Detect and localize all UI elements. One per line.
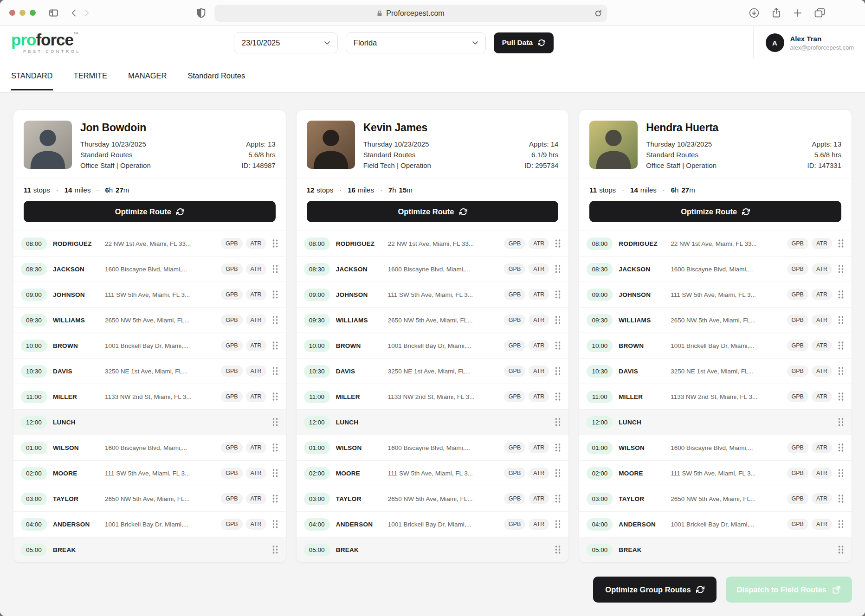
drag-handle-icon[interactable]: [555, 341, 561, 350]
tab-standard[interactable]: STANDARD: [11, 59, 53, 92]
schedule-row[interactable]: 10:00 BROWN 1001 Brickell Bay Dr, Miami,…: [297, 333, 569, 358]
drag-handle-icon[interactable]: [555, 315, 561, 325]
schedule-row[interactable]: 10:30 DAVIS 3250 NE 1st Ave, Miami, FL..…: [579, 358, 852, 384]
tab-manager[interactable]: MANAGER: [128, 59, 167, 92]
drag-handle-icon[interactable]: [272, 239, 278, 248]
drag-handle-icon[interactable]: [555, 366, 561, 376]
drag-handle-icon[interactable]: [555, 417, 561, 427]
drag-handle-icon[interactable]: [838, 545, 844, 554]
optimize-route-button[interactable]: Optimize Route: [24, 201, 276, 222]
optimize-route-button[interactable]: Optimize Route: [589, 201, 841, 222]
share-button[interactable]: [772, 7, 781, 19]
schedule-row[interactable]: 04:00 ANDERSON 1001 Brickell Bay Dr, Mia…: [297, 511, 569, 537]
schedule-row[interactable]: 09:00 JOHNSON 111 SW 5th Ave, Miami, FL …: [579, 282, 852, 307]
schedule-row[interactable]: 08:00 RODRIGUEZ 22 NW 1st Ave, Miami, FL…: [297, 231, 569, 256]
drag-handle-icon[interactable]: [838, 417, 844, 427]
schedule-row[interactable]: 12:00 LUNCH: [297, 409, 569, 435]
sidebar-toggle-button[interactable]: [49, 9, 58, 17]
close-window-button[interactable]: [9, 10, 15, 16]
schedule-row[interactable]: 10:00 BROWN 1001 Brickell Bay Dr, Miami,…: [13, 333, 286, 358]
drag-handle-icon[interactable]: [272, 290, 278, 299]
drag-handle-icon[interactable]: [272, 341, 278, 350]
schedule-row[interactable]: 09:30 WILLIAMS 2650 NW 5th Ave, Miami, F…: [297, 307, 569, 333]
drag-handle-icon[interactable]: [555, 443, 561, 452]
drag-handle-icon[interactable]: [555, 494, 561, 503]
schedule-row[interactable]: 08:30 JACKSON 1600 Biscayne Blvd, Miami,…: [297, 256, 569, 282]
schedule-row[interactable]: 05:00 BREAK: [579, 537, 852, 562]
schedule-row[interactable]: 11:00 MILLER 1133 NW 2nd St, Miami, FL 3…: [13, 384, 286, 409]
avatar[interactable]: A: [766, 33, 784, 52]
drag-handle-icon[interactable]: [838, 443, 844, 452]
schedule-row[interactable]: 09:00 JOHNSON 111 SW 5th Ave, Miami, FL …: [297, 282, 569, 307]
schedule-row[interactable]: 03:00 TAYLOR 2650 NW 5th Ave, Miami, FL.…: [297, 486, 569, 511]
drag-handle-icon[interactable]: [272, 443, 278, 452]
tab-standard-routes[interactable]: Standard Routes: [187, 59, 245, 92]
tab-termite[interactable]: TERMITE: [74, 59, 107, 92]
schedule-row[interactable]: 12:00 LUNCH: [579, 409, 852, 435]
drag-handle-icon[interactable]: [555, 239, 561, 248]
drag-handle-icon[interactable]: [555, 264, 561, 274]
drag-handle-icon[interactable]: [838, 290, 844, 299]
optimize-group-routes-button[interactable]: Optimize Group Routes: [593, 577, 716, 603]
reload-button[interactable]: [594, 10, 602, 17]
schedule-row[interactable]: 10:00 BROWN 1001 Brickell Bay Dr, Miami,…: [579, 333, 852, 358]
drag-handle-icon[interactable]: [555, 392, 561, 401]
schedule-row[interactable]: 09:30 WILLIAMS 2650 NW 5th Ave, Miami, F…: [13, 307, 286, 333]
schedule-row[interactable]: 12:00 LUNCH: [13, 409, 286, 435]
drag-handle-icon[interactable]: [555, 468, 561, 478]
drag-handle-icon[interactable]: [838, 315, 844, 325]
pull-data-button[interactable]: Pull Data: [494, 32, 554, 53]
schedule-row[interactable]: 02:00 MOORE 111 SW 5th Ave, Miami, FL 3.…: [579, 460, 852, 486]
minimize-window-button[interactable]: [19, 10, 26, 16]
drag-handle-icon[interactable]: [838, 494, 844, 503]
schedule-row[interactable]: 04:00 ANDERSON 1001 Brickell Bay Dr, Mia…: [13, 511, 286, 537]
schedule-row[interactable]: 05:00 BREAK: [297, 537, 569, 562]
drag-handle-icon[interactable]: [272, 494, 278, 503]
schedule-row[interactable]: 08:30 JACKSON 1600 Biscayne Blvd, Miami,…: [13, 256, 286, 282]
schedule-row[interactable]: 08:30 JACKSON 1600 Biscayne Blvd, Miami,…: [579, 256, 852, 282]
schedule-row[interactable]: 01:00 WILSON 1600 Biscayne Blvd, Miami,.…: [297, 435, 569, 460]
optimize-route-button[interactable]: Optimize Route: [307, 201, 559, 222]
schedule-row[interactable]: 08:00 RODRIGUEZ 22 NW 1st Ave, Miami, FL…: [13, 231, 286, 256]
schedule-row[interactable]: 02:00 MOORE 111 SW 5th Ave, Miami, FL 3.…: [13, 460, 286, 486]
drag-handle-icon[interactable]: [272, 417, 278, 427]
schedule-row[interactable]: 05:00 BREAK: [13, 537, 286, 562]
drag-handle-icon[interactable]: [555, 290, 561, 299]
drag-handle-icon[interactable]: [272, 545, 278, 554]
schedule-row[interactable]: 11:00 MILLER 1133 NW 2nd St, Miami, FL 3…: [579, 384, 852, 409]
drag-handle-icon[interactable]: [272, 366, 278, 376]
forward-button[interactable]: [84, 9, 90, 17]
schedule-row[interactable]: 01:00 WILSON 1600 Biscayne Blvd, Miami,.…: [13, 435, 286, 460]
drag-handle-icon[interactable]: [838, 366, 844, 376]
drag-handle-icon[interactable]: [838, 520, 844, 529]
schedule-row[interactable]: 03:00 TAYLOR 2650 NW 5th Ave, Miami, FL.…: [579, 486, 852, 511]
new-tab-button[interactable]: [794, 9, 802, 17]
drag-handle-icon[interactable]: [272, 315, 278, 325]
schedule-row[interactable]: 09:00 JOHNSON 111 SW 5th Ave, Miami, FL …: [13, 282, 286, 307]
drag-handle-icon[interactable]: [838, 468, 844, 478]
drag-handle-icon[interactable]: [838, 341, 844, 350]
schedule-row[interactable]: 03:00 TAYLOR 2650 NW 5th Ave, Miami, FL.…: [13, 486, 286, 511]
drag-handle-icon[interactable]: [838, 239, 844, 248]
date-select[interactable]: 23/10/2025: [234, 32, 338, 53]
back-button[interactable]: [71, 9, 77, 17]
schedule-row[interactable]: 10:30 DAVIS 3250 NE 1st Ave, Miami, FL..…: [297, 358, 569, 384]
region-select[interactable]: Florida: [346, 32, 486, 53]
schedule-row[interactable]: 04:00 ANDERSON 1001 Brickell Bay Dr, Mia…: [579, 511, 852, 537]
drag-handle-icon[interactable]: [272, 392, 278, 401]
drag-handle-icon[interactable]: [555, 545, 561, 554]
drag-handle-icon[interactable]: [272, 468, 278, 478]
drag-handle-icon[interactable]: [272, 264, 278, 274]
schedule-row[interactable]: 10:30 DAVIS 3250 NE 1st Ave, Miami, FL..…: [13, 358, 286, 384]
schedule-row[interactable]: 01:00 WILSON 1600 Biscayne Blvd, Miami,.…: [579, 435, 852, 460]
privacy-report-button[interactable]: [197, 8, 206, 18]
schedule-row[interactable]: 08:00 RODRIGUEZ 22 NW 1st Ave, Miami, FL…: [579, 231, 852, 256]
drag-handle-icon[interactable]: [838, 392, 844, 401]
zoom-window-button[interactable]: [30, 10, 36, 16]
dispatch-to-field-routes-button[interactable]: Dispatch to Field Routes: [726, 577, 852, 603]
downloads-button[interactable]: [749, 8, 759, 18]
tab-overview-button[interactable]: [814, 8, 825, 18]
drag-handle-icon[interactable]: [555, 520, 561, 529]
schedule-row[interactable]: 09:30 WILLIAMS 2650 NW 5th Ave, Miami, F…: [579, 307, 852, 333]
schedule-row[interactable]: 11:00 MILLER 1133 NW 2nd St, Miami, FL 3…: [297, 384, 569, 409]
